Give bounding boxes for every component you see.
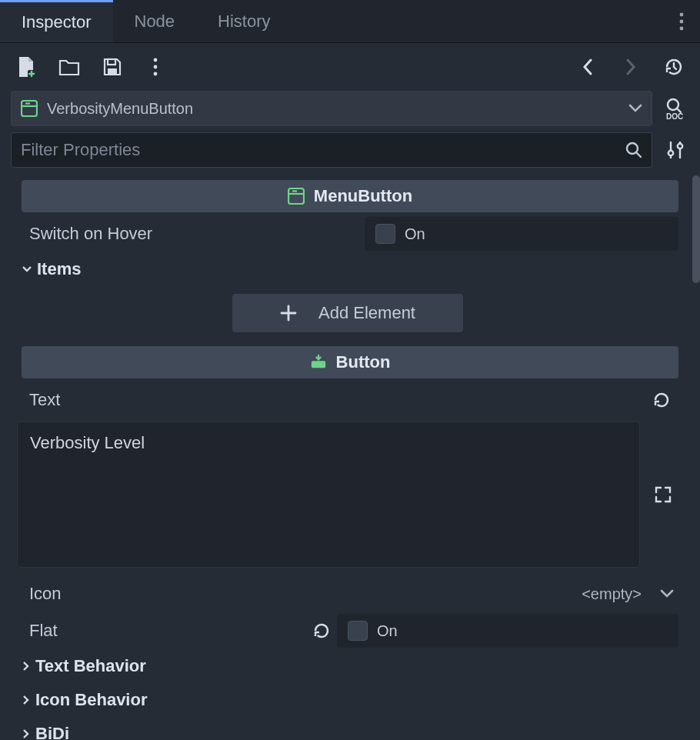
history-back-button[interactable]: [575, 55, 600, 79]
class-header-button[interactable]: Button: [22, 346, 678, 378]
fold-label: Items: [37, 259, 81, 279]
reset-icon: [652, 391, 671, 409]
property-tools-button[interactable]: [662, 140, 689, 160]
svg-line-16: [637, 153, 641, 157]
kebab-icon: [679, 12, 684, 31]
chevron-right-icon: [625, 58, 636, 75]
tab-history[interactable]: History: [196, 0, 292, 42]
svg-point-20: [678, 144, 682, 148]
fold-items[interactable]: Items: [17, 252, 692, 286]
panel-menu-button[interactable]: [663, 0, 700, 42]
class-header-menubutton[interactable]: MenuButton: [22, 180, 678, 212]
text-property-input[interactable]: [17, 422, 640, 568]
doc-search-icon: DOC: [665, 97, 686, 120]
button-class-icon: [310, 354, 327, 371]
edited-object-name: VerbosityMenuButton: [47, 100, 193, 118]
tab-node[interactable]: Node: [113, 0, 197, 42]
tab-label: Node: [135, 12, 175, 32]
prop-label: Switch on Hover: [25, 224, 365, 244]
tab-inspector[interactable]: Inspector: [0, 0, 113, 42]
add-element-button[interactable]: Add Element: [232, 294, 463, 332]
menubutton-class-icon: [288, 188, 305, 205]
prop-icon: Icon <empty>: [17, 575, 692, 612]
switch-on-hover-checkbox[interactable]: [375, 224, 395, 244]
svg-point-8: [154, 72, 158, 76]
svg-text:DOC: DOC: [666, 112, 683, 120]
save-icon: [102, 57, 122, 77]
inspector-body: MenuButton Switch on Hover On Items Add …: [0, 175, 700, 740]
prop-label: Text: [25, 390, 361, 410]
checkbox-on-label: On: [377, 622, 398, 640]
svg-point-7: [154, 65, 158, 69]
flat-checkbox[interactable]: [348, 621, 368, 641]
svg-rect-5: [108, 68, 117, 75]
folder-open-icon: [58, 58, 80, 76]
history-menu-button[interactable]: [662, 55, 686, 79]
chevron-down-icon: [660, 589, 674, 598]
menubutton-class-icon: [21, 100, 38, 117]
prop-flat: Flat On: [17, 612, 692, 649]
chevron-right-icon: [22, 728, 31, 739]
add-element-label: Add Element: [318, 303, 415, 323]
prop-text-header: Text: [17, 382, 692, 418]
open-docs-button[interactable]: DOC: [662, 97, 689, 120]
reset-icon: [312, 622, 331, 640]
reset-flat-button[interactable]: [312, 622, 331, 640]
save-resource-button[interactable]: [100, 55, 125, 79]
svg-rect-24: [311, 361, 325, 368]
expand-text-button[interactable]: [648, 422, 678, 568]
svg-point-1: [680, 19, 684, 23]
inspector-tabs: Inspector Node History: [0, 0, 700, 43]
filter-properties-box[interactable]: [11, 132, 652, 168]
load-resource-button[interactable]: [57, 55, 82, 79]
history-icon: [664, 57, 684, 77]
edited-object-row: VerbosityMenuButton DOC: [0, 91, 700, 132]
svg-rect-4: [108, 59, 115, 65]
fold-label: Text Behavior: [35, 656, 146, 676]
svg-point-2: [680, 26, 684, 30]
prop-switch-on-hover: Switch on Hover On: [17, 215, 692, 252]
reset-text-button[interactable]: [652, 391, 671, 409]
extra-menu-button[interactable]: [143, 55, 168, 79]
sliders-icon: [665, 140, 685, 160]
fold-label: BiDi: [35, 724, 69, 740]
prop-text-value-wrap: [17, 422, 678, 568]
chevron-down-icon: [628, 104, 642, 113]
svg-point-15: [627, 143, 638, 154]
filter-properties-input[interactable]: [21, 140, 625, 160]
class-header-label: Button: [336, 352, 391, 372]
tab-label: Inspector: [22, 12, 92, 32]
icon-dropdown-button[interactable]: [660, 589, 674, 598]
chevron-right-icon: [22, 661, 31, 672]
svg-point-0: [680, 12, 684, 16]
fold-icon-behavior[interactable]: Icon Behavior: [17, 683, 692, 717]
kebab-icon: [153, 58, 158, 76]
plus-icon: [280, 305, 297, 322]
edited-object-selector[interactable]: VerbosityMenuButton: [11, 91, 652, 126]
scrollbar-track[interactable]: [692, 175, 700, 740]
expand-icon: [655, 486, 672, 503]
class-header-label: MenuButton: [314, 186, 412, 206]
fold-text-behavior[interactable]: Text Behavior: [17, 649, 692, 683]
chevron-right-icon: [22, 695, 31, 705]
icon-value[interactable]: <empty>: [582, 585, 642, 603]
file-add-icon: [17, 56, 35, 78]
filter-row: [0, 132, 700, 175]
fold-bidi[interactable]: BiDi: [17, 717, 692, 740]
tab-label: History: [218, 12, 270, 32]
chevron-down-icon: [22, 265, 32, 274]
scrollbar-thumb[interactable]: [692, 175, 700, 283]
prop-label: Icon: [25, 584, 365, 604]
chevron-left-icon: [582, 58, 593, 75]
history-forward-button[interactable]: [618, 55, 643, 79]
search-icon: [625, 142, 642, 158]
svg-point-6: [154, 58, 158, 62]
fold-label: Icon Behavior: [35, 690, 147, 710]
svg-point-19: [668, 151, 673, 155]
prop-label: Flat: [25, 621, 312, 641]
checkbox-on-label: On: [405, 225, 425, 243]
new-resource-button[interactable]: [14, 55, 38, 79]
inspector-toolbar: [0, 43, 700, 91]
